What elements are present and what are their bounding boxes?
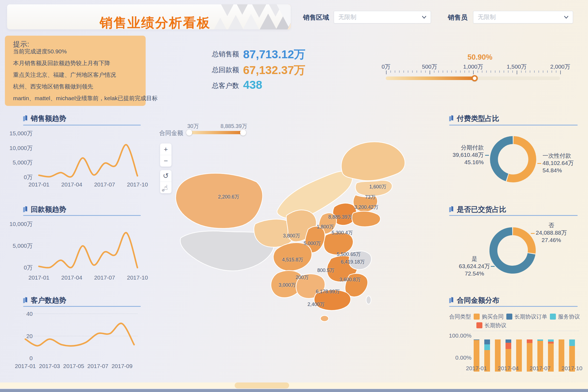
triangle-shape [221, 4, 234, 16]
gauge-tick [530, 71, 530, 73]
bar-segment-长期协议 [527, 339, 532, 343]
region-filter-dropdown[interactable]: 无限制 [334, 11, 431, 23]
gauge-tick [495, 71, 495, 73]
map-region-value-label: 73万 [365, 194, 375, 200]
section-sales-trend-header: 销售额趋势 [23, 114, 66, 123]
gauge-tick [517, 71, 517, 74]
map-region-value-label: 5,500.65万 [337, 251, 361, 258]
triangle-shape [237, 4, 248, 15]
gauge-tick [395, 71, 395, 73]
progress-gauge: 50.90% 0万500万1,000万1,500万2,000万 [384, 53, 566, 83]
donut-label-installment: 分期付款 39,610.48万 45.16% [453, 144, 484, 166]
gauge-tick [438, 71, 439, 73]
kpi-total-customers-label: 总客户数 [185, 81, 239, 90]
donut-label-yes: 是 63,624.24万 72.54% [459, 255, 490, 277]
label-connector [537, 163, 541, 164]
gauge-fill [386, 76, 474, 80]
gauge-tick-label: 500万 [413, 63, 446, 71]
salesperson-filter-dropdown[interactable]: 无限制 [473, 11, 573, 23]
triangle-shape [214, 18, 226, 29]
customer-trend-chart: 020402017-012017-032017-052017-072017-09 [23, 309, 142, 374]
legend-item-service[interactable]: 服务协议 [550, 313, 580, 320]
legend-swatch [476, 322, 482, 328]
map-region-value-label: 1,600万 [369, 183, 386, 190]
gauge-tick [543, 71, 543, 73]
section-icon [23, 206, 27, 213]
payment-type-donut [472, 129, 554, 189]
map-legend-slider [189, 131, 243, 134]
section-icon [449, 115, 454, 122]
map-legend-handle-min[interactable] [186, 130, 192, 136]
label-connector [491, 266, 495, 267]
map-region-value-label: 8,885.39万 [328, 214, 352, 220]
x-axis-tick-label: 2017-01 [23, 181, 55, 188]
gauge-tick [386, 71, 387, 74]
label-connector [531, 233, 535, 234]
map-region-value-label: 5,300.4万 [332, 229, 353, 236]
gauge-tick [491, 71, 491, 73]
section-divider [23, 125, 141, 125]
section-customer-trend-header: 客户数趋势 [23, 296, 66, 305]
x-axis-tick-label: 2017-10 [121, 274, 154, 281]
x-axis-tick-label: 2017-01 [23, 274, 55, 281]
gauge-tick [451, 71, 452, 73]
china-map-canvas[interactable] [169, 136, 425, 327]
horizontal-scrollbar-track[interactable] [0, 382, 588, 388]
section-icon [23, 115, 27, 122]
kpi-total-sales-value: 87,713.12万 [243, 47, 305, 62]
map-region-value-label: 5,000万 [304, 240, 321, 247]
gauge-tick [443, 71, 443, 73]
gauge-tick [399, 71, 400, 73]
gauge-tick [477, 71, 478, 73]
map-region-value-label: 4,515.8万 [282, 256, 303, 263]
bottom-edge-bar [0, 389, 588, 392]
section-payment-trend-header: 回款额趋势 [23, 205, 66, 214]
tips-line: 本月销售额及回款额趋势较上月有下降 [13, 59, 110, 67]
header-triangle-decoration [214, 4, 291, 29]
gauge-tick [447, 71, 448, 73]
section-delivered-header: 是否已交货占比 [449, 205, 506, 214]
map-legend-max: 8,885.39万 [220, 122, 247, 130]
trend-line-svg [23, 128, 142, 180]
gauge-tick [430, 71, 430, 74]
tips-line: 当前完成进度50.90% [13, 48, 67, 55]
section-divider [23, 215, 141, 216]
section-icon [449, 297, 454, 304]
map-region-value-label: 3,800万 [283, 232, 300, 239]
gauge-tick [504, 71, 504, 73]
legend-item-purchase[interactable]: 购买合同 [474, 313, 504, 320]
gauge-tick-label: 0万 [370, 63, 402, 71]
legend-title: 合同类型 [449, 313, 471, 320]
map-region-value-label: 200万 [296, 274, 309, 281]
gauge-tick [469, 71, 469, 73]
payment-trend-chart: 0万5,000万10,000万2017-012017-042017-072017… [23, 218, 142, 283]
x-axis-tick-label: 2017-07 [88, 274, 121, 281]
section-title: 销售额趋势 [31, 114, 66, 123]
x-axis-tick-label: 2017-09 [106, 363, 138, 369]
contract-dist-chart: 2017-012017-042017-072017-10 [446, 331, 583, 372]
map-region-value-label: 2,200.6万 [218, 194, 239, 200]
gauge-percent-label: 50.90% [457, 53, 503, 62]
section-title: 合同金额分布 [457, 296, 499, 305]
section-divider [449, 306, 578, 307]
section-icon [449, 206, 454, 213]
legend-item-longterm[interactable]: 长期协议 [476, 322, 506, 329]
gauge-tick [425, 71, 426, 73]
gauge-tick [486, 71, 487, 73]
section-divider [23, 306, 141, 307]
x-axis-tick-label: 2017-04 [492, 365, 525, 372]
horizontal-scrollbar-thumb[interactable] [235, 382, 289, 388]
map-legend-handle-max[interactable] [240, 130, 246, 136]
gauge-tick [534, 71, 535, 73]
map-region-value-label: 2,400万 [307, 301, 324, 308]
x-axis-tick-label: 2017-07 [524, 365, 556, 372]
x-axis-tick-label: 2017-01 [460, 365, 493, 372]
gauge-tick [499, 71, 500, 73]
legend-item-longterm-order[interactable]: 长期协议订单 [506, 313, 547, 320]
kpi-total-payment-value: 67,132.37万 [243, 63, 305, 78]
sales-trend-chart: 0万5,000万10,000万15,000万2017-012017-042017… [23, 128, 142, 191]
gauge-handle[interactable] [471, 75, 478, 81]
section-icon [23, 297, 27, 304]
header-band: 销售业绩分析看板 [7, 4, 291, 29]
map-region-value-label: 3,200.42万 [354, 204, 378, 210]
